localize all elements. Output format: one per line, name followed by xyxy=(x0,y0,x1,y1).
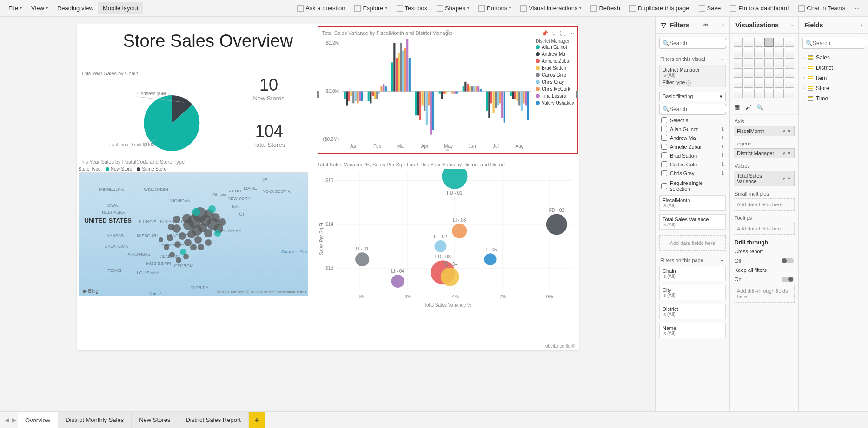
buttons-button[interactable]: Buttons▾ xyxy=(474,2,516,14)
keep-all-toggle[interactable]: Keep all filters xyxy=(730,265,798,275)
explore-button[interactable]: Explore▾ xyxy=(350,2,391,14)
visual-interactions-button[interactable]: Visual interactions▾ xyxy=(516,2,586,14)
viz-card-icon[interactable] xyxy=(775,68,784,78)
view-menu[interactable]: View▾ xyxy=(27,2,53,14)
legend-item[interactable]: Chris Gray xyxy=(536,79,574,85)
file-menu[interactable]: File▾ xyxy=(4,2,27,14)
drag-handle-bottom-icon[interactable]: ≡ xyxy=(445,147,449,153)
map-bubble[interactable] xyxy=(183,254,189,259)
well-legend[interactable]: District Manager∨✕ xyxy=(734,148,795,158)
well-tooltips[interactable]: Add data fields here xyxy=(734,223,795,235)
map-box[interactable]: UNITED STATES MINNESOTA WISCONSIN MICHIG… xyxy=(79,172,308,296)
chevron-right-icon[interactable]: › xyxy=(861,23,862,28)
drag-handle-icon[interactable]: ≡ xyxy=(445,28,449,35)
viz-line-icon[interactable] xyxy=(734,48,743,57)
map-bubble[interactable] xyxy=(192,208,200,216)
eye-icon[interactable]: 👁 xyxy=(703,23,708,28)
filter-value-row[interactable]: Brad Sutton1 xyxy=(656,151,729,160)
legend-item[interactable]: Carlos Grilo xyxy=(536,72,574,78)
scatter-visual[interactable]: Total Sales Variance %, Sales Per Sq Ft … xyxy=(318,162,578,310)
viz-decomp-icon[interactable] xyxy=(744,89,753,98)
filter-type-dropdown[interactable]: Basic filtering▾ xyxy=(659,92,726,101)
viz-100-bar-icon[interactable] xyxy=(775,38,784,47)
map-bubble[interactable] xyxy=(198,244,204,250)
toggle-off[interactable] xyxy=(782,258,794,263)
legend-item[interactable]: Annelie Zubar xyxy=(536,59,574,64)
filter-card-district[interactable]: Districtis (All) xyxy=(659,304,726,319)
tab-district-sales[interactable]: District Sales Report xyxy=(178,412,248,428)
table-store[interactable]: ›Store xyxy=(799,83,868,93)
next-page-button[interactable]: ▶ xyxy=(10,417,18,423)
filter-card-city[interactable]: Cityis (All) xyxy=(659,285,726,300)
map-bubble[interactable] xyxy=(169,252,175,257)
require-single-row[interactable]: Require single selection xyxy=(656,178,729,194)
prev-page-button[interactable]: ◀ xyxy=(3,417,10,423)
chevron-down-icon[interactable]: ∨ xyxy=(782,129,786,133)
pin-button[interactable]: Pin to a dashboard xyxy=(725,2,794,14)
viz-stacked-column-icon[interactable] xyxy=(744,38,753,47)
filters-search[interactable]: 🔍 xyxy=(659,38,726,49)
textbox-button[interactable]: Text box xyxy=(392,2,432,14)
fields-search-input[interactable] xyxy=(813,40,868,46)
chevron-down-icon[interactable]: ∨ xyxy=(782,176,786,181)
viz-waterfall-icon[interactable] xyxy=(734,58,743,67)
filter-value-row[interactable]: Carlos Grilo1 xyxy=(656,160,729,169)
mobile-layout-button[interactable]: Mobile layout xyxy=(98,2,143,14)
map-bubble[interactable] xyxy=(205,239,212,246)
chevron-right-icon[interactable]: › xyxy=(722,23,724,28)
toggle-on[interactable] xyxy=(782,277,794,282)
viz-clustered-column-icon[interactable] xyxy=(764,38,774,47)
map-bubble[interactable] xyxy=(176,257,181,263)
viz-narrative-icon[interactable] xyxy=(764,89,774,98)
info-icon[interactable]: i xyxy=(686,80,691,86)
ask-question-button[interactable]: Ask a question xyxy=(292,2,350,14)
viz-area-icon[interactable] xyxy=(744,48,753,57)
filter-card-tsv[interactable]: Total Sales Variance is (All) xyxy=(659,214,726,230)
table-sales[interactable]: ›Sales xyxy=(799,53,868,63)
filter-value-row[interactable]: Annelie Zubar1 xyxy=(656,142,729,151)
viz-goals-icon[interactable] xyxy=(775,89,784,98)
viz-py-icon[interactable] xyxy=(785,79,794,88)
viz-ribbon-icon[interactable] xyxy=(785,48,794,57)
add-filter-visual[interactable]: Add data fields here xyxy=(659,235,726,251)
map-visual[interactable]: This Year Sales by PostalCode and Store … xyxy=(79,159,311,296)
viz-key-influencer-icon[interactable] xyxy=(734,89,743,98)
filter-card-chain[interactable]: Chainis (All) xyxy=(659,266,726,281)
chevron-right-icon[interactable]: › xyxy=(791,23,793,28)
viz-matrix-icon[interactable] xyxy=(764,79,774,88)
viz-scatter-icon[interactable] xyxy=(754,58,763,67)
well-small-mult[interactable]: Add data fields here xyxy=(734,198,795,211)
map-bubble[interactable] xyxy=(214,230,221,237)
more-icon[interactable]: ··· xyxy=(721,257,725,263)
shapes-button[interactable]: Shapes▾ xyxy=(432,2,474,14)
select-all-row[interactable]: Select all xyxy=(656,116,729,125)
analytics-tab-icon[interactable]: 🔍 xyxy=(756,104,763,112)
legend-item[interactable]: Brad Sutton xyxy=(536,66,574,71)
legend-item[interactable]: Tina Lassila xyxy=(536,93,574,99)
map-bubble[interactable] xyxy=(179,232,186,240)
filter-value-search[interactable]: 🔍 xyxy=(659,104,726,115)
legend-item[interactable]: Chris McGurk xyxy=(536,86,574,92)
tab-district-monthly[interactable]: District Monthly Sales xyxy=(58,412,132,428)
remove-icon[interactable]: ✕ xyxy=(788,176,791,181)
map-bubble[interactable] xyxy=(174,241,181,248)
well-values[interactable]: Total Sales Variance∨✕ xyxy=(734,171,795,186)
reading-view-button[interactable]: Reading view xyxy=(53,2,98,14)
map-bubble[interactable] xyxy=(168,224,174,230)
viz-multi-card-icon[interactable] xyxy=(785,68,794,78)
map-bubble[interactable] xyxy=(164,244,169,250)
legend-item[interactable]: Allan Guinot xyxy=(536,45,574,50)
save-button[interactable]: Save xyxy=(694,2,726,14)
map-bubble[interactable] xyxy=(159,237,163,242)
legend-item[interactable]: Andrew Ma xyxy=(536,52,574,57)
cross-report-toggle[interactable]: Cross-report xyxy=(730,247,798,256)
kpi-total-stores[interactable]: 104 Total Stores xyxy=(253,122,285,148)
viz-funnel-icon[interactable] xyxy=(744,58,753,67)
map-bubble[interactable] xyxy=(219,218,226,226)
viz-kpi-icon[interactable] xyxy=(734,79,743,88)
well-axis[interactable]: FiscalMonth∨✕ xyxy=(734,126,795,136)
more-options-icon[interactable]: ··· xyxy=(569,30,574,37)
viz-map-icon[interactable] xyxy=(734,68,743,78)
filter-card-fm[interactable]: FiscalMonth is (All) xyxy=(659,195,726,211)
viz-filled-map-icon[interactable] xyxy=(744,68,753,78)
